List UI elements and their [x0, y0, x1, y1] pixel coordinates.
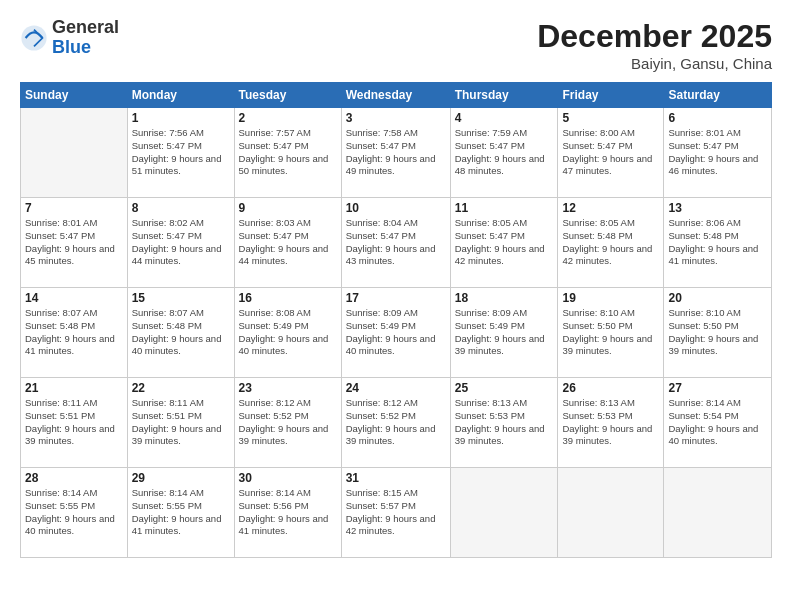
day-info: Sunrise: 8:01 AMSunset: 5:47 PMDaylight:… [668, 127, 767, 178]
day-number: 28 [25, 471, 123, 485]
calendar-cell: 30Sunrise: 8:14 AMSunset: 5:56 PMDayligh… [234, 468, 341, 558]
day-info: Sunrise: 8:14 AMSunset: 5:54 PMDaylight:… [668, 397, 767, 448]
calendar-cell: 15Sunrise: 8:07 AMSunset: 5:48 PMDayligh… [127, 288, 234, 378]
day-number: 11 [455, 201, 554, 215]
calendar-week-1: 1Sunrise: 7:56 AMSunset: 5:47 PMDaylight… [21, 108, 772, 198]
day-number: 13 [668, 201, 767, 215]
calendar-cell: 21Sunrise: 8:11 AMSunset: 5:51 PMDayligh… [21, 378, 128, 468]
day-number: 29 [132, 471, 230, 485]
logo-general: General [52, 18, 119, 38]
day-number: 16 [239, 291, 337, 305]
calendar-cell: 4Sunrise: 7:59 AMSunset: 5:47 PMDaylight… [450, 108, 558, 198]
day-number: 31 [346, 471, 446, 485]
calendar-cell [21, 108, 128, 198]
day-number: 22 [132, 381, 230, 395]
calendar-cell: 11Sunrise: 8:05 AMSunset: 5:47 PMDayligh… [450, 198, 558, 288]
day-number: 14 [25, 291, 123, 305]
calendar-cell [450, 468, 558, 558]
location: Baiyin, Gansu, China [537, 55, 772, 72]
day-number: 9 [239, 201, 337, 215]
calendar-cell [558, 468, 664, 558]
day-number: 21 [25, 381, 123, 395]
day-number: 2 [239, 111, 337, 125]
day-number: 5 [562, 111, 659, 125]
calendar-week-5: 28Sunrise: 8:14 AMSunset: 5:55 PMDayligh… [21, 468, 772, 558]
day-info: Sunrise: 8:02 AMSunset: 5:47 PMDaylight:… [132, 217, 230, 268]
calendar-cell: 19Sunrise: 8:10 AMSunset: 5:50 PMDayligh… [558, 288, 664, 378]
day-info: Sunrise: 8:12 AMSunset: 5:52 PMDaylight:… [239, 397, 337, 448]
day-info: Sunrise: 8:07 AMSunset: 5:48 PMDaylight:… [132, 307, 230, 358]
day-info: Sunrise: 8:00 AMSunset: 5:47 PMDaylight:… [562, 127, 659, 178]
day-number: 7 [25, 201, 123, 215]
calendar-cell: 10Sunrise: 8:04 AMSunset: 5:47 PMDayligh… [341, 198, 450, 288]
day-number: 18 [455, 291, 554, 305]
day-number: 17 [346, 291, 446, 305]
calendar-cell: 28Sunrise: 8:14 AMSunset: 5:55 PMDayligh… [21, 468, 128, 558]
day-info: Sunrise: 8:09 AMSunset: 5:49 PMDaylight:… [455, 307, 554, 358]
day-info: Sunrise: 8:01 AMSunset: 5:47 PMDaylight:… [25, 217, 123, 268]
calendar-cell: 26Sunrise: 8:13 AMSunset: 5:53 PMDayligh… [558, 378, 664, 468]
day-info: Sunrise: 7:56 AMSunset: 5:47 PMDaylight:… [132, 127, 230, 178]
day-info: Sunrise: 8:03 AMSunset: 5:47 PMDaylight:… [239, 217, 337, 268]
day-info: Sunrise: 8:10 AMSunset: 5:50 PMDaylight:… [562, 307, 659, 358]
day-info: Sunrise: 7:57 AMSunset: 5:47 PMDaylight:… [239, 127, 337, 178]
calendar-cell: 1Sunrise: 7:56 AMSunset: 5:47 PMDaylight… [127, 108, 234, 198]
day-number: 20 [668, 291, 767, 305]
weekday-header-sunday: Sunday [21, 83, 128, 108]
logo-icon [20, 24, 48, 52]
calendar-cell: 23Sunrise: 8:12 AMSunset: 5:52 PMDayligh… [234, 378, 341, 468]
day-info: Sunrise: 8:14 AMSunset: 5:56 PMDaylight:… [239, 487, 337, 538]
day-info: Sunrise: 8:14 AMSunset: 5:55 PMDaylight:… [25, 487, 123, 538]
day-info: Sunrise: 8:08 AMSunset: 5:49 PMDaylight:… [239, 307, 337, 358]
calendar-week-4: 21Sunrise: 8:11 AMSunset: 5:51 PMDayligh… [21, 378, 772, 468]
calendar-cell: 17Sunrise: 8:09 AMSunset: 5:49 PMDayligh… [341, 288, 450, 378]
day-number: 8 [132, 201, 230, 215]
day-info: Sunrise: 8:05 AMSunset: 5:47 PMDaylight:… [455, 217, 554, 268]
logo: General Blue [20, 18, 119, 58]
day-info: Sunrise: 7:58 AMSunset: 5:47 PMDaylight:… [346, 127, 446, 178]
day-number: 23 [239, 381, 337, 395]
calendar-week-2: 7Sunrise: 8:01 AMSunset: 5:47 PMDaylight… [21, 198, 772, 288]
calendar-cell: 3Sunrise: 7:58 AMSunset: 5:47 PMDaylight… [341, 108, 450, 198]
day-number: 4 [455, 111, 554, 125]
day-number: 19 [562, 291, 659, 305]
calendar-table: SundayMondayTuesdayWednesdayThursdayFrid… [20, 82, 772, 558]
calendar-cell: 6Sunrise: 8:01 AMSunset: 5:47 PMDaylight… [664, 108, 772, 198]
title-block: December 2025 Baiyin, Gansu, China [537, 18, 772, 72]
calendar-cell: 7Sunrise: 8:01 AMSunset: 5:47 PMDaylight… [21, 198, 128, 288]
day-number: 15 [132, 291, 230, 305]
calendar-cell: 27Sunrise: 8:14 AMSunset: 5:54 PMDayligh… [664, 378, 772, 468]
day-number: 10 [346, 201, 446, 215]
day-number: 24 [346, 381, 446, 395]
calendar-cell: 5Sunrise: 8:00 AMSunset: 5:47 PMDaylight… [558, 108, 664, 198]
day-number: 3 [346, 111, 446, 125]
day-info: Sunrise: 8:09 AMSunset: 5:49 PMDaylight:… [346, 307, 446, 358]
day-info: Sunrise: 8:07 AMSunset: 5:48 PMDaylight:… [25, 307, 123, 358]
day-info: Sunrise: 8:04 AMSunset: 5:47 PMDaylight:… [346, 217, 446, 268]
logo-blue: Blue [52, 38, 119, 58]
day-info: Sunrise: 8:14 AMSunset: 5:55 PMDaylight:… [132, 487, 230, 538]
calendar-week-3: 14Sunrise: 8:07 AMSunset: 5:48 PMDayligh… [21, 288, 772, 378]
page: General Blue December 2025 Baiyin, Gansu… [0, 0, 792, 612]
weekday-header-wednesday: Wednesday [341, 83, 450, 108]
calendar-cell: 20Sunrise: 8:10 AMSunset: 5:50 PMDayligh… [664, 288, 772, 378]
calendar-cell: 25Sunrise: 8:13 AMSunset: 5:53 PMDayligh… [450, 378, 558, 468]
weekday-header-saturday: Saturday [664, 83, 772, 108]
day-number: 25 [455, 381, 554, 395]
calendar-cell: 16Sunrise: 8:08 AMSunset: 5:49 PMDayligh… [234, 288, 341, 378]
calendar-cell: 29Sunrise: 8:14 AMSunset: 5:55 PMDayligh… [127, 468, 234, 558]
weekday-header-tuesday: Tuesday [234, 83, 341, 108]
weekday-header-monday: Monday [127, 83, 234, 108]
calendar-cell: 2Sunrise: 7:57 AMSunset: 5:47 PMDaylight… [234, 108, 341, 198]
day-info: Sunrise: 7:59 AMSunset: 5:47 PMDaylight:… [455, 127, 554, 178]
calendar-cell: 24Sunrise: 8:12 AMSunset: 5:52 PMDayligh… [341, 378, 450, 468]
header: General Blue December 2025 Baiyin, Gansu… [20, 18, 772, 72]
calendar-cell: 9Sunrise: 8:03 AMSunset: 5:47 PMDaylight… [234, 198, 341, 288]
day-number: 26 [562, 381, 659, 395]
day-number: 12 [562, 201, 659, 215]
day-info: Sunrise: 8:15 AMSunset: 5:57 PMDaylight:… [346, 487, 446, 538]
day-info: Sunrise: 8:05 AMSunset: 5:48 PMDaylight:… [562, 217, 659, 268]
logo-text: General Blue [52, 18, 119, 58]
day-info: Sunrise: 8:11 AMSunset: 5:51 PMDaylight:… [132, 397, 230, 448]
calendar-cell: 18Sunrise: 8:09 AMSunset: 5:49 PMDayligh… [450, 288, 558, 378]
